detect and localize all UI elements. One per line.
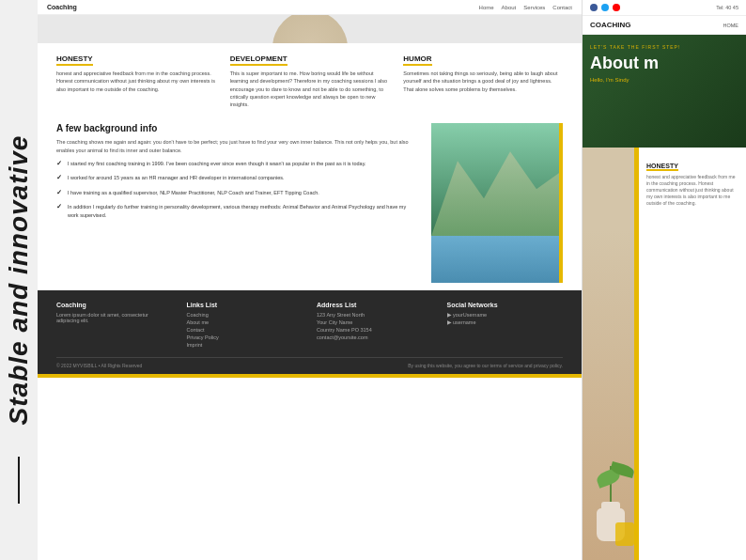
check-item-4: ✓ In addition I regularly do further tra… — [56, 203, 417, 219]
site-footer: Coaching Lorem ipsum dolor sit amet, con… — [38, 290, 582, 374]
checkmark-icon-3: ✓ — [56, 188, 64, 198]
site-nav: Home About Services Contact — [479, 5, 572, 10]
checkmark-icon-2: ✓ — [56, 173, 64, 183]
facebook-icon[interactable] — [590, 4, 598, 11]
nav-home[interactable]: Home — [479, 5, 494, 10]
footer-links-title: Links List — [187, 302, 303, 308]
footer-address-1: 123 Any Street North — [317, 312, 433, 318]
phone-nav: COACHING HOME — [583, 16, 746, 35]
mountains-layer — [431, 142, 563, 236]
check-text-3: I have training as a qualified superviso… — [68, 189, 319, 196]
youtube-icon[interactable] — [613, 4, 620, 11]
footer-bottom: © 2022 MYVISBILL • All Rights Reserved B… — [56, 357, 563, 368]
background-left: A few background info The coaching shows… — [56, 123, 417, 283]
footer-social-1[interactable]: ▶ yourUsername — [447, 312, 564, 318]
nav-services[interactable]: Services — [523, 5, 545, 10]
footer-address-2: Your City Name — [317, 319, 433, 325]
social-icons — [590, 4, 620, 11]
footer-copyright: © 2022 MYVISBILL • All Rights Reserved — [56, 363, 142, 368]
footer-social-title: Social Networks — [447, 302, 564, 308]
vase-container — [583, 148, 639, 560]
value-honesty-title: HONESTY — [56, 54, 93, 66]
phone-content-section: HONESTY honest and appreciative feedback… — [583, 148, 746, 560]
checklist: ✓ I started my first coaching training i… — [56, 160, 417, 219]
phone-nav-logo: COACHING — [590, 21, 631, 29]
footer-address-title: Address List — [317, 302, 433, 308]
site-header: Coaching Home About Services Contact — [38, 0, 582, 15]
footer-col-coaching: Coaching Lorem ipsum dolor sit amet, con… — [56, 302, 173, 350]
check-item-1: ✓ I started my first coaching training i… — [56, 160, 417, 169]
twitter-icon[interactable] — [601, 4, 609, 11]
phone-screen: Tel: 40 45 COACHING HOME LET'S TAKE THE … — [583, 0, 746, 560]
website-mockup: Coaching Home About Services Contact HON… — [38, 0, 582, 560]
value-development-title: DEVELOPMENT — [230, 54, 288, 66]
phone-yellow-strip — [634, 148, 639, 560]
value-honesty-text: honest and appreciative feedback from me… — [56, 70, 216, 93]
value-development: DEVELOPMENT This is super important to m… — [230, 54, 390, 108]
footer-policy: By using this website, you agree to our … — [408, 363, 563, 368]
footer-link-privacy[interactable]: Privacy Policy — [187, 334, 303, 340]
nav-contact[interactable]: Contact — [552, 5, 572, 10]
check-text-1: I started my first coaching training in … — [68, 160, 366, 167]
phone-tel: Tel: 40 45 — [716, 5, 738, 10]
check-text-2: I worked for around 15 years as an HR ma… — [68, 174, 285, 181]
yellow-border — [559, 123, 563, 283]
left-panel: Stable and innovative — [0, 0, 38, 560]
footer-address-3: Country Name PO 3154 — [317, 327, 433, 333]
phone-topbar: Tel: 40 45 — [583, 0, 746, 16]
values-section: HONESTY honest and appreciative feedback… — [38, 43, 582, 116]
phone-honesty-title: HONESTY — [646, 163, 678, 171]
main-content: Coaching Home About Services Contact HON… — [38, 0, 746, 560]
phone-hero-title: About m — [590, 54, 738, 73]
phone-honesty-text: honest and appreciative feedback from me… — [646, 174, 738, 207]
value-humor-text: Sometimes not taking things so seriously… — [403, 70, 563, 93]
check-item-3: ✓ I have training as a qualified supervi… — [56, 189, 417, 198]
phone-hero-subtitle: Hello, I'm Sindy — [590, 77, 738, 83]
value-honesty: HONESTY honest and appreciative feedback… — [56, 54, 216, 108]
background-title: A few background info — [56, 123, 417, 133]
phone-mockup: Tel: 40 45 COACHING HOME LET'S TAKE THE … — [582, 0, 746, 560]
footer-col-social: Social Networks ▶ yourUsername ▶ usernam… — [447, 302, 564, 350]
background-intro: The coaching shows me again and again: y… — [56, 138, 417, 154]
value-development-text: This is super important to me. How borin… — [230, 70, 390, 108]
site-logo: Coaching — [47, 4, 77, 10]
check-text-4: In addition I regularly do further train… — [68, 203, 417, 219]
phone-right-section: HONESTY honest and appreciative feedback… — [639, 148, 746, 560]
phone-nav-home[interactable]: HOME — [723, 23, 739, 28]
value-humor: HUMOR Sometimes not taking things so ser… — [403, 54, 563, 108]
footer-address-email: contact@yoursite.com — [317, 334, 433, 340]
footer-col-links: Links List Coaching About me Contact Pri… — [187, 302, 303, 350]
check-item-2: ✓ I worked for around 15 years as an HR … — [56, 174, 417, 183]
hero-image — [272, 15, 348, 43]
checkmark-icon-1: ✓ — [56, 159, 64, 169]
footer-coaching-text: Lorem ipsum dolor sit amet, consectetur … — [56, 312, 173, 323]
water-layer — [431, 236, 563, 283]
tagline-text: Stable and innovative — [4, 135, 34, 426]
footer-link-about[interactable]: About me — [187, 319, 303, 325]
checkmark-icon-4: ✓ — [56, 202, 64, 212]
phone-hero-tag: LET'S TAKE THE FIRST STEP! — [590, 44, 738, 50]
background-section: A few background info The coaching shows… — [38, 116, 582, 290]
hero-partial — [38, 15, 582, 43]
decorative-line — [18, 457, 20, 504]
footer-coaching-title: Coaching — [56, 302, 173, 308]
footer-content: Coaching Lorem ipsum dolor sit amet, con… — [56, 302, 563, 350]
footer-link-imprint[interactable]: Imprint — [187, 342, 303, 348]
value-humor-title: HUMOR — [403, 54, 431, 66]
phone-hero: LET'S TAKE THE FIRST STEP! About m Hello… — [583, 35, 746, 148]
footer-social-2[interactable]: ▶ username — [447, 319, 564, 325]
nav-about[interactable]: About — [502, 5, 517, 10]
background-right — [431, 123, 563, 283]
footer-link-coaching[interactable]: Coaching — [187, 312, 303, 318]
yellow-cloth — [615, 522, 634, 546]
phone-image-section — [583, 148, 639, 560]
footer-link-contact[interactable]: Contact — [187, 327, 303, 333]
plant-image — [583, 148, 639, 560]
background-image — [431, 123, 563, 283]
footer-col-address: Address List 123 Any Street North Your C… — [317, 302, 433, 350]
footer-accent-bar — [38, 374, 582, 378]
